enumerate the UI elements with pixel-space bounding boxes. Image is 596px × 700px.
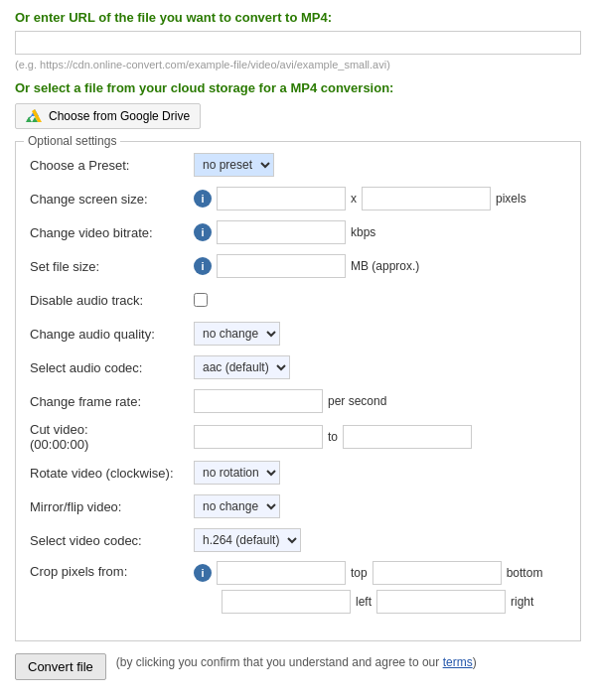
screen-size-unit: pixels	[496, 192, 526, 206]
file-size-label: Set file size:	[30, 259, 194, 274]
rotate-select[interactable]: no rotation	[194, 461, 280, 485]
audio-quality-select[interactable]: no change	[194, 322, 280, 346]
preset-controls: no preset	[194, 153, 566, 177]
cut-video-start-input[interactable]	[194, 425, 323, 449]
screen-size-controls: i x pixels	[194, 187, 566, 210]
url-section: Or enter URL of the file you want to con…	[15, 10, 581, 70]
audio-codec-select[interactable]: aac (default)	[194, 355, 290, 379]
crop-info-icon[interactable]: i	[194, 564, 212, 582]
audio-quality-row: Change audio quality: no change	[30, 321, 566, 347]
video-codec-controls: h.264 (default)	[194, 528, 566, 552]
bottom-section: Convert file (by clicking you confirm th…	[15, 653, 581, 680]
preset-label: Choose a Preset:	[30, 158, 194, 173]
optional-settings-panel: Optional settings Choose a Preset: no pr…	[15, 141, 581, 641]
audio-quality-label: Change audio quality:	[30, 327, 194, 342]
bitrate-unit: kbps	[351, 225, 375, 239]
bitrate-controls: i kbps	[194, 220, 566, 244]
frame-rate-controls: per second	[194, 389, 566, 413]
cut-video-label: Cut video: (00:00:00)	[30, 422, 194, 452]
mirror-label: Mirror/flip video:	[30, 499, 194, 514]
screen-size-info-icon[interactable]: i	[194, 190, 212, 208]
screen-size-x: x	[351, 192, 357, 206]
crop-left-input[interactable]	[222, 590, 351, 614]
google-drive-icon	[26, 108, 44, 124]
cut-video-hint: (00:00:00)	[30, 437, 88, 452]
crop-row: Crop pixels from: i top bottom left righ…	[30, 561, 566, 619]
disable-audio-row: Disable audio track:	[30, 287, 566, 313]
cut-video-to: to	[328, 430, 338, 444]
file-size-input[interactable]	[217, 254, 346, 278]
optional-settings-legend: Optional settings	[24, 134, 120, 148]
cut-video-row: Cut video: (00:00:00) to	[30, 422, 566, 452]
frame-rate-row: Change frame rate: per second	[30, 388, 566, 414]
file-size-controls: i MB (approx.)	[194, 254, 566, 278]
url-input[interactable]	[15, 31, 581, 55]
bitrate-info-icon[interactable]: i	[194, 223, 212, 241]
crop-top-label: top	[351, 566, 368, 580]
crop-right-input[interactable]	[376, 590, 506, 614]
video-codec-select[interactable]: h.264 (default)	[194, 528, 301, 552]
file-size-unit: MB (approx.)	[351, 259, 419, 273]
screen-size-row: Change screen size: i x pixels	[30, 186, 566, 211]
google-drive-button[interactable]: Choose from Google Drive	[15, 103, 201, 129]
crop-bottom-input[interactable]	[372, 561, 502, 585]
url-placeholder: (e.g. https://cdn.online-convert.com/exa…	[15, 59, 581, 70]
crop-controls: i top bottom left right	[194, 561, 542, 619]
crop-top-input[interactable]	[217, 561, 346, 585]
mirror-controls: no change	[194, 494, 566, 518]
terms-link[interactable]: terms	[443, 655, 473, 669]
convert-button[interactable]: Convert file	[15, 653, 106, 680]
crop-right-label: right	[511, 595, 533, 609]
disable-audio-label: Disable audio track:	[30, 293, 194, 308]
bitrate-label: Change video bitrate:	[30, 225, 194, 240]
file-size-info-icon[interactable]: i	[194, 257, 212, 275]
screen-size-width-input[interactable]	[217, 187, 346, 210]
bitrate-row: Change video bitrate: i kbps	[30, 219, 566, 245]
cut-video-end-input[interactable]	[343, 425, 472, 449]
video-codec-label: Select video codec:	[30, 533, 194, 548]
bitrate-input[interactable]	[217, 220, 346, 244]
audio-codec-controls: aac (default)	[194, 355, 566, 379]
crop-left-row: left right	[194, 590, 542, 614]
audio-codec-row: Select audio codec: aac (default)	[30, 354, 566, 380]
file-size-row: Set file size: i MB (approx.)	[30, 253, 566, 279]
disable-audio-controls	[194, 293, 566, 307]
mirror-select[interactable]: no change	[194, 494, 280, 518]
frame-rate-unit: per second	[328, 394, 386, 408]
preset-row: Choose a Preset: no preset	[30, 152, 566, 178]
preset-select[interactable]: no preset	[194, 153, 274, 177]
disable-audio-checkbox[interactable]	[194, 293, 208, 307]
video-codec-row: Select video codec: h.264 (default)	[30, 527, 566, 553]
rotate-label: Rotate video (clockwise):	[30, 466, 194, 481]
audio-codec-label: Select audio codec:	[30, 360, 194, 375]
crop-label: Crop pixels from:	[30, 561, 194, 579]
cloud-section: Or select a file from your cloud storage…	[15, 80, 581, 141]
url-label: Or enter URL of the file you want to con…	[15, 10, 581, 25]
crop-left-label: left	[356, 595, 372, 609]
cloud-label: Or select a file from your cloud storage…	[15, 80, 581, 95]
mirror-row: Mirror/flip video: no change	[30, 493, 566, 519]
screen-size-height-input[interactable]	[362, 187, 491, 210]
terms-text: (by clicking you confirm that you unders…	[116, 653, 477, 671]
screen-size-label: Change screen size:	[30, 192, 194, 207]
google-drive-label: Choose from Google Drive	[49, 109, 190, 123]
cut-video-controls: to	[194, 425, 566, 449]
frame-rate-label: Change frame rate:	[30, 394, 194, 409]
crop-bottom-label: bottom	[507, 566, 543, 580]
rotate-row: Rotate video (clockwise): no rotation	[30, 460, 566, 486]
crop-top-row: i top bottom	[194, 561, 542, 585]
rotate-controls: no rotation	[194, 461, 566, 485]
audio-quality-controls: no change	[194, 322, 566, 346]
frame-rate-input[interactable]	[194, 389, 323, 413]
